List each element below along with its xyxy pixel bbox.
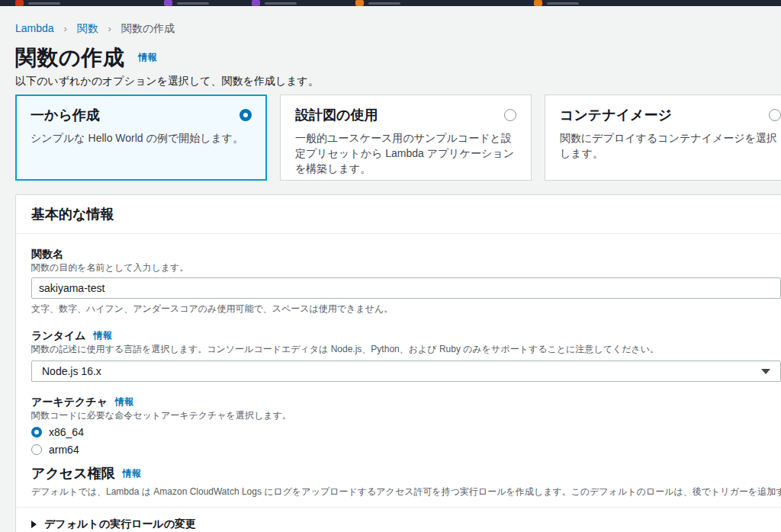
bookmark-favicon[interactable] [355, 0, 364, 6]
page-title: 関数の作成 [15, 46, 124, 69]
bookmark-label-placeholder [177, 2, 209, 5]
card-description: シンプルな Hello World の例で開始します。 [31, 130, 252, 146]
architecture-info-link[interactable]: 情報 [115, 396, 133, 407]
bookmark-label-placeholder [28, 2, 60, 5]
expander-label: デフォルトの実行ロールの変更 [44, 518, 196, 531]
page-subtitle: 以下のいずれかのオプションを選択して、関数を作成します。 [15, 74, 781, 88]
runtime-label: ランタイム [31, 329, 86, 341]
card-description: 一般的ユースケース用のサンプルコードと設定プリセットから Lambda アプリケ… [295, 130, 516, 176]
radio-selected-icon[interactable] [239, 109, 252, 121]
bookmark-favicon[interactable] [252, 0, 260, 6]
radio-unselected-icon[interactable] [504, 109, 516, 121]
architecture-description: 関数コードに必要な命令セットアーキテクチャを選択します。 [31, 410, 781, 421]
bookmark-favicon[interactable] [15, 0, 24, 6]
card-container-image[interactable]: コンテナイメージ 関数にデプロイするコンテナイメージを選択します。 [545, 95, 781, 181]
caret-right-icon [31, 521, 37, 528]
chevron-down-icon [761, 369, 770, 374]
permissions-label: アクセス権限 [31, 466, 115, 481]
basic-info-panel-header: 基本的な情報 [16, 195, 781, 234]
card-author-from-scratch[interactable]: 一から作成 シンプルな Hello World の例で開始します。 [15, 95, 267, 181]
basic-info-panel: 基本的な情報 関数名 関数の目的を名前として入力します。 文字、数字、ハイフン、… [15, 194, 781, 532]
permissions-info-link[interactable]: 情報 [123, 468, 141, 479]
breadcrumb-separator-icon: › [63, 23, 66, 34]
card-use-blueprint[interactable]: 設計図の使用 一般的ユースケース用のサンプルコードと設定プリセットから Lamb… [280, 95, 532, 181]
function-name-constraint: 文字、数字、ハイフン、アンダースコアのみ使用可能で、スペースは使用できません。 [31, 303, 781, 316]
lambda-create-function-page: Lambda › 関数 › 関数の作成 関数の作成 情報 以下のいずれかのオプシ… [0, 21, 781, 532]
bookmark-favicon[interactable] [164, 0, 172, 6]
architecture-option-label: arm64 [49, 444, 79, 456]
bookmark-label-placeholder [547, 2, 579, 5]
bookmark-label-placeholder [368, 2, 400, 5]
bookmark-favicon[interactable] [534, 0, 542, 6]
runtime-info-link[interactable]: 情報 [94, 330, 112, 341]
radio-unselected-icon[interactable] [31, 444, 42, 455]
basic-info-title: 基本的な情報 [31, 207, 114, 222]
architecture-label: アーキテクチャ [31, 396, 108, 408]
runtime-description: 関数の記述に使用する言語を選択します。コンソールコードエディタは Node.js… [31, 344, 781, 354]
radio-unselected-icon[interactable] [769, 109, 781, 121]
card-title: コンテナイメージ [560, 107, 672, 123]
page-header: 関数の作成 情報 [15, 45, 781, 71]
breadcrumb: Lambda › 関数 › 関数の作成 [15, 21, 781, 36]
change-default-execution-role-expander[interactable]: デフォルトの実行ロールの変更 [31, 508, 781, 532]
runtime-selected-value: Node.js 16.x [42, 365, 101, 377]
architecture-field: アーキテクチャ情報 関数コードに必要な命令セットアーキテクチャを選択します。 x… [31, 396, 781, 456]
function-name-label: 関数名 [31, 248, 781, 261]
card-title: 一から作成 [31, 107, 100, 123]
card-description: 関数にデプロイするコンテナイメージを選択します。 [560, 130, 781, 161]
runtime-field: ランタイム情報 関数の記述に使用する言語を選択します。コンソールコードエディタは… [31, 329, 781, 382]
card-title: 設計図の使用 [295, 107, 378, 123]
breadcrumb-lambda-link[interactable]: Lambda [15, 22, 54, 34]
architecture-option-label: x86_64 [49, 426, 84, 438]
permissions-description: デフォルトでは、Lambda は Amazon CloudWatch Logs … [31, 486, 781, 498]
breadcrumb-functions-link[interactable]: 関数 [77, 22, 98, 34]
page-title-info-link[interactable]: 情報 [139, 52, 157, 62]
bookmark-label-placeholder [265, 2, 297, 5]
browser-bookmarks-bar [0, 0, 781, 6]
breadcrumb-current-page: 関数の作成 [121, 22, 175, 34]
function-name-field: 関数名 関数の目的を名前として入力します。 文字、数字、ハイフン、アンダースコア… [31, 248, 781, 316]
architecture-option-arm64[interactable]: arm64 [31, 444, 781, 456]
runtime-select[interactable]: Node.js 16.x [31, 361, 781, 382]
permissions-heading: アクセス権限情報 [31, 465, 781, 482]
architecture-option-x86-64[interactable]: x86_64 [31, 426, 781, 438]
function-name-input[interactable] [31, 277, 781, 299]
breadcrumb-separator-icon: › [108, 23, 111, 34]
radio-selected-icon[interactable] [31, 427, 42, 437]
function-name-description: 関数の目的を名前として入力します。 [31, 262, 781, 273]
creation-option-cards: 一から作成 シンプルな Hello World の例で開始します。 設計図の使用… [15, 95, 781, 181]
